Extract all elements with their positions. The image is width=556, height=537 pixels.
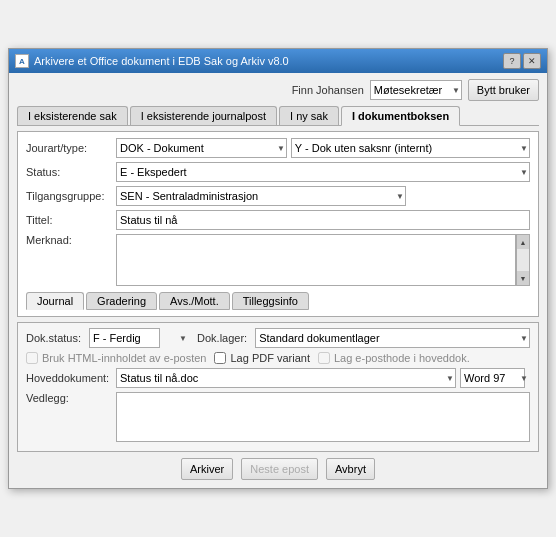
checkboxes-row: Bruk HTML-innholdet av e-posten Lag PDF …: [26, 352, 530, 364]
arkiver-button[interactable]: Arkiver: [181, 458, 233, 480]
scroll-down-icon[interactable]: ▼: [517, 271, 529, 285]
user-role-dropdown[interactable]: Møtesekretær ▼: [370, 80, 462, 100]
help-button[interactable]: ?: [503, 53, 521, 69]
jourart-dropdown[interactable]: DOK - Dokument ▼: [116, 138, 287, 158]
merknad-wrap: [116, 234, 516, 288]
app-icon: A: [15, 54, 29, 68]
hoveddokument-label: Hoveddokument:: [26, 372, 116, 384]
dok-status-label: Dok.status:: [26, 332, 81, 344]
tab-eksisterende-sak[interactable]: I eksisterende sak: [17, 106, 128, 125]
merknad-row: Merknad: ▲ ▼: [26, 234, 530, 288]
window-title: Arkivere et Office dokument i EDB Sak og…: [34, 55, 289, 67]
merknad-label: Merknad:: [26, 234, 116, 246]
tab-avs-mott[interactable]: Avs./Mott.: [159, 292, 230, 310]
status-label: Status:: [26, 166, 116, 178]
chevron-down-icon: ▼: [179, 334, 187, 343]
hoveddokument-dropdown[interactable]: Status til nå.doc ▼: [116, 368, 456, 388]
jourart-row: Jourart/type: DOK - Dokument ▼ Y - Dok u…: [26, 138, 530, 158]
scroll-up-icon[interactable]: ▲: [517, 235, 529, 249]
tilgangsgruppe-label: Tilgangsgruppe:: [26, 190, 116, 202]
close-button[interactable]: ✕: [523, 53, 541, 69]
bottom-section: Dok.status: F - Ferdig ▼ Dok.lager: Stan…: [17, 322, 539, 452]
vedlegg-textarea[interactable]: [116, 392, 530, 442]
title-bar: A Arkivere et Office dokument i EDB Sak …: [9, 49, 547, 73]
tab-ny-sak[interactable]: I ny sak: [279, 106, 339, 125]
bottom-buttons: Arkiver Neste epost Avbryt: [17, 458, 539, 480]
jourart-label: Jourart/type:: [26, 142, 116, 154]
tab-dokumentboksen[interactable]: I dokumentboksen: [341, 106, 460, 126]
top-bar: Finn Johansen Møtesekretær ▼ Bytt bruker: [17, 79, 539, 101]
checkbox-epost[interactable]: [318, 352, 330, 364]
hoveddokument-row: Hoveddokument: Status til nå.doc ▼ Word …: [26, 368, 530, 388]
tittel-row: Tittel:: [26, 210, 530, 230]
checkbox-epost-label[interactable]: Lag e-posthode i hoveddok.: [318, 352, 470, 364]
merknad-textarea[interactable]: [116, 234, 516, 286]
vedlegg-row: Vedlegg:: [26, 392, 530, 442]
tilgangsgruppe-row: Tilgangsgruppe: SEN - Sentraladministras…: [26, 186, 530, 206]
checkbox-html[interactable]: [26, 352, 38, 364]
main-window: A Arkivere et Office dokument i EDB Sak …: [8, 48, 548, 489]
user-name: Finn Johansen: [292, 84, 364, 96]
tittel-label: Tittel:: [26, 214, 116, 226]
bytt-bruker-button[interactable]: Bytt bruker: [468, 79, 539, 101]
tab-gradering[interactable]: Gradering: [86, 292, 157, 310]
avbryt-button[interactable]: Avbryt: [326, 458, 375, 480]
neste-epost-button[interactable]: Neste epost: [241, 458, 318, 480]
status-dropdown[interactable]: E - Ekspedert ▼: [116, 162, 530, 182]
status-row: Status: E - Ekspedert ▼: [26, 162, 530, 182]
dok-lager-dropdown[interactable]: Standard dokumentlager ▼: [255, 328, 530, 348]
tilgangsgruppe-dropdown[interactable]: SEN - Sentraladministrasjon ▼: [116, 186, 406, 206]
outer-tabs: I eksisterende sak I eksisterende journa…: [17, 106, 539, 126]
inner-tabs: Journal Gradering Avs./Mott. Tilleggsinf…: [26, 292, 530, 310]
title-bar-buttons: ? ✕: [503, 53, 541, 69]
checkbox-pdf[interactable]: [214, 352, 226, 364]
tab-tilleggsinfo[interactable]: Tilleggsinfo: [232, 292, 309, 310]
tab-journal[interactable]: Journal: [26, 292, 84, 310]
word-version-dropdown[interactable]: Word 97 ▼: [460, 368, 530, 388]
dok-status-dropdown[interactable]: F - Ferdig ▼: [89, 328, 189, 348]
checkbox-html-label[interactable]: Bruk HTML-innholdet av e-posten: [26, 352, 206, 364]
checkbox-pdf-label[interactable]: Lag PDF variant: [214, 352, 309, 364]
form-section: Jourart/type: DOK - Dokument ▼ Y - Dok u…: [17, 131, 539, 317]
vedlegg-label: Vedlegg:: [26, 392, 116, 404]
tittel-input[interactable]: [116, 210, 530, 230]
dok-status-lager-row: Dok.status: F - Ferdig ▼ Dok.lager: Stan…: [26, 328, 530, 348]
tab-eksisterende-journalpost[interactable]: I eksisterende journalpost: [130, 106, 277, 125]
dok-lager-label: Dok.lager:: [197, 332, 247, 344]
merknad-scrollbar[interactable]: ▲ ▼: [516, 234, 530, 286]
type-dropdown[interactable]: Y - Dok uten saksnr (internt) ▼: [291, 138, 530, 158]
